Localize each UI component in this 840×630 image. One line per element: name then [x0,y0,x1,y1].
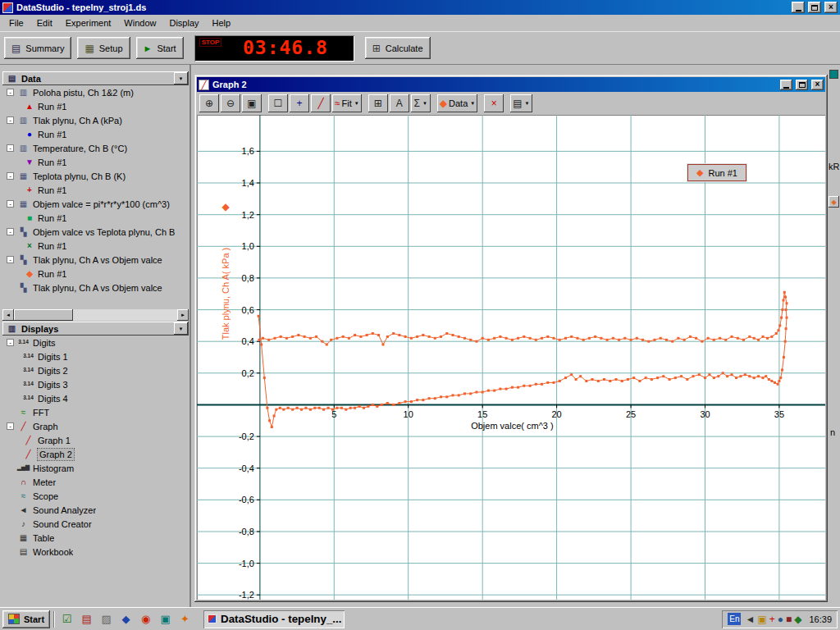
background-button-fragment[interactable]: ◆ [829,196,839,208]
display-item[interactable]: ╱Graph 2 [2,447,189,461]
setup-button[interactable]: ▦ Setup [77,37,130,59]
display-item[interactable]: ≈Scope [2,489,189,503]
data-panel-menu-button[interactable]: ▼ [174,72,188,84]
run-item[interactable]: ■Run #1 [2,211,189,225]
scroll-left-button[interactable]: ◄ [2,309,14,321]
tray-icon-1[interactable]: ◄ [745,614,755,624]
display-item[interactable]: 3.14Digits 2 [2,363,189,377]
y-axis-run-marker-icon[interactable]: ◆ [221,201,229,212]
tree-expander-icon[interactable]: - [7,422,14,430]
display-item[interactable]: ◄Sound Analyzer [2,503,189,517]
tray-icon-3[interactable]: + [769,614,775,624]
run-item[interactable]: ●Run #1 [2,127,189,141]
quicklaunch-icon-1[interactable]: ☑ [58,610,75,628]
menu-help[interactable]: Help [206,16,238,30]
tree-expander-icon[interactable]: - [7,116,14,124]
display-item[interactable]: 3.14Digits 4 [2,391,189,405]
plot-area[interactable]: -1,2-1,0-0,8-0,6-0,4-0,20,20,40,60,81,01… [197,115,825,600]
data-item[interactable]: -▦Teplota plynu, Ch B (K) [2,169,189,183]
data-item[interactable]: ▚Tlak plynu, Ch A vs Objem valce [2,281,189,294]
graph-minimize-button[interactable] [780,80,792,90]
zoom-in-button[interactable]: ⊕ [199,94,219,112]
run-item[interactable]: ▲Run #1 [2,99,189,113]
smart-tool-button[interactable]: + [290,94,309,112]
display-item[interactable]: -╱Graph [2,419,189,433]
menu-edit[interactable]: Edit [30,16,59,30]
tree-expander-icon[interactable]: - [7,172,14,180]
scroll-right-button[interactable]: ► [177,309,189,321]
run-item[interactable]: ▼Run #1 [2,155,189,169]
tree-expander-icon[interactable]: - [7,89,14,96]
run-item[interactable]: ◆Run #1 [2,267,189,281]
zoom-select-button[interactable]: ▣ [242,94,262,112]
start-menu-button[interactable]: Start [2,610,50,628]
tree-expander-icon[interactable]: - [7,228,14,235]
graph-maximize-button[interactable] [796,80,808,90]
data-tree-hscrollbar[interactable]: ◄ ► [2,309,189,321]
tray-icon-6[interactable]: ◆ [794,614,801,624]
summary-button[interactable]: ▤ Summary [4,37,71,59]
start-button[interactable]: ► Start [136,37,184,59]
minimize-button[interactable] [792,2,805,13]
graph-close-button[interactable]: × [811,80,824,90]
taskbar-task-datastudio[interactable]: DataStudio - tepelny_... [203,610,345,628]
display-item[interactable]: ∩Meter [2,475,189,489]
display-item[interactable]: ♪Sound Creator [2,517,189,531]
graph-window-titlebar[interactable]: ╱ Graph 2 × [197,77,825,92]
displays-panel-header[interactable]: ▥ Displays ▼ [2,322,189,336]
tree-expander-icon[interactable]: - [7,144,14,152]
menu-window[interactable]: Window [117,16,162,30]
menu-file[interactable]: File [2,16,30,30]
tray-icon-2[interactable]: ▣ [757,614,766,624]
quicklaunch-icon-2[interactable]: ▤ [78,610,95,628]
zoom-out-button[interactable]: ⊖ [221,94,240,112]
display-item[interactable]: ≈FFT [2,405,189,419]
menu-experiment[interactable]: Experiment [59,16,118,30]
graph-settings-button[interactable]: ▤▼ [510,94,532,112]
title-bar[interactable]: DataStudio - tepelny_stroj1.ds × [0,0,840,15]
display-item[interactable]: ▤Workbook [2,545,189,559]
displays-panel-menu-button[interactable]: ▼ [174,322,188,335]
fit-menu-button[interactable]: ≈Fit▼ [332,94,362,112]
legend[interactable]: ◆Run #1 [687,164,746,181]
y-axis-label[interactable]: Tlak plynu, Ch A( kPa ) [221,248,231,340]
display-item[interactable]: ╱Graph 1 [2,433,189,447]
data-item[interactable]: -▚Tlak plynu, Ch A vs Objem valce [2,253,189,267]
slope-tool-button[interactable]: ╱ [311,94,331,112]
quicklaunch-icon-6[interactable]: ▣ [157,610,174,628]
tray-icon-4[interactable]: ● [778,614,783,624]
run-item[interactable]: +Run #1 [2,183,189,197]
display-item[interactable]: ▦Table [2,531,189,545]
display-item[interactable]: 3.14Digits 3 [2,377,189,391]
display-item[interactable]: ▂▅▇Histogram [2,461,189,475]
display-item[interactable]: -3.14Digits [2,336,189,349]
calculator-button[interactable]: ⊞ [368,94,388,112]
data-item[interactable]: -▥Tlak plynu, Ch A (kPa) [2,113,189,127]
data-panel-header[interactable]: ▤ Data ▼ [2,71,189,85]
restore-button[interactable] [808,2,821,13]
quicklaunch-icon-3[interactable]: ▨ [98,610,115,628]
scroll-thumb[interactable] [14,309,73,321]
tray-icon-5[interactable]: ■ [786,614,792,624]
data-item[interactable]: -▚Objem valce vs Teplota plynu, Ch B [2,225,189,239]
data-item[interactable]: -▦Objem valce = pi*r*r*y*100 (cm^3) [2,197,189,211]
calculate-button[interactable]: ⊞ Calculate [365,37,431,59]
statistics-button[interactable]: Σ▼ [411,94,431,112]
menu-display[interactable]: Display [162,16,205,30]
scale-to-fit-button[interactable]: ☐ [268,94,288,112]
data-item[interactable]: -▥Temperature, Ch B (°C) [2,141,189,155]
tree-expander-icon[interactable]: - [7,200,14,208]
scroll-track[interactable] [73,309,177,321]
quicklaunch-icon-7[interactable]: ✦ [176,610,194,628]
data-item[interactable]: -▥Poloha pistu, Ch 1&2 (m) [2,85,189,99]
quicklaunch-icon-5[interactable]: ◉ [137,610,154,628]
data-menu-button[interactable]: ◆Data▼ [437,94,477,112]
tree-expander-icon[interactable]: - [7,256,14,263]
tree-expander-icon[interactable]: - [7,339,14,346]
close-button[interactable]: × [824,2,838,13]
text-tool-button[interactable]: A [390,94,409,112]
delete-button[interactable]: × [484,94,504,112]
quicklaunch-icon-4[interactable]: ◆ [117,610,135,628]
keyboard-layout-indicator[interactable]: En [728,613,741,625]
display-item[interactable]: 3.14Digits 1 [2,349,189,363]
